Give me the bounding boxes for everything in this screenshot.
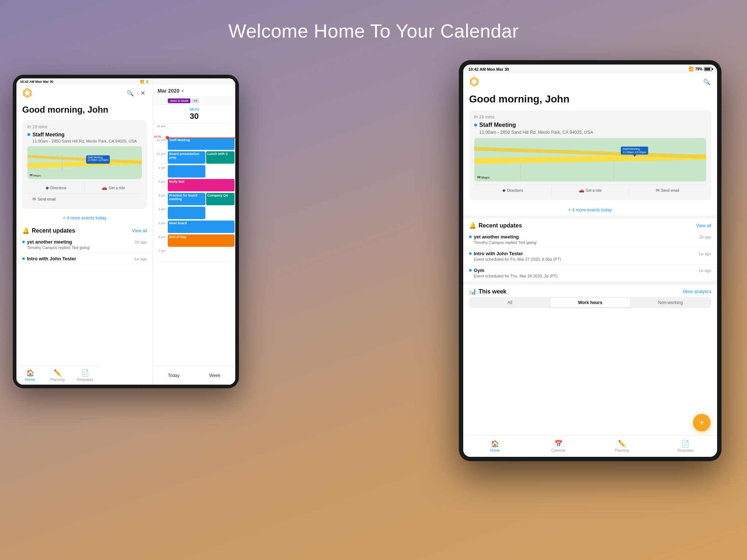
front-planning-icon: ✏️ [618, 440, 626, 448]
close-icon[interactable]: ✕ [138, 89, 147, 97]
front-this-week-header: 📊 This week More analytics [463, 284, 717, 297]
back-update-item-1: yet another meeting 2d ago Timothy Campo… [16, 236, 153, 253]
back-view-all[interactable]: View all [132, 228, 147, 233]
back-event-card: In 18 mins Staff Meeting 11:00am - 2850 … [22, 120, 147, 209]
tab-work-hours[interactable]: Work hours [550, 298, 630, 307]
back-update-item-2: Intro with John Tester 1w ago [16, 253, 153, 265]
back-bottom-nav: 🏠 Home ✏️ Planning 📄 Templates [16, 366, 98, 385]
front-screen-inner: 10:42 AM Mon Mar 30 📶 79% [463, 65, 717, 457]
front-event-dot [474, 124, 477, 127]
cal-event-company[interactable]: Company Q& [206, 193, 235, 205]
cal-event-staff[interactable]: Staff Meeting [168, 137, 235, 150]
fab-button[interactable]: + [693, 414, 711, 431]
week-tabs: All Work hours Non-working [469, 297, 711, 308]
update-dot-1 [22, 241, 25, 243]
page-title: Welcome Home To Your Calendar [0, 0, 747, 57]
front-section-title: 🔔 Recent updates [469, 222, 522, 229]
front-nav-planning[interactable]: ✏️ Planning [590, 440, 654, 452]
front-action-buttons: ◆ Directions 🚗 Get a ride ✉ Send email [474, 184, 706, 196]
tab-non-working[interactable]: Non-working [630, 298, 711, 307]
bell-icon: 🔔 [22, 227, 30, 234]
cal-event-board-prep-2[interactable] [168, 165, 205, 178]
more-analytics-btn[interactable]: More analytics [683, 289, 711, 294]
cal-event-meet-board[interactable]: Meet board [168, 221, 235, 233]
back-greeting: Good morning, John [16, 101, 153, 120]
front-event-name: Staff Meeting [479, 122, 516, 128]
cal-event-board-prep[interactable]: Board presentation prep [168, 151, 205, 164]
back-map-marker: Staff Meeting11:00am-12:00pm [86, 155, 110, 164]
templates-icon: 📄 [81, 369, 89, 377]
devices-container: 10:42 AM Mon Mar 30 📶 🔋 🔍 ✕ [0, 57, 747, 549]
search-icon[interactable]: 🔍 [126, 89, 135, 97]
front-recent-header: 🔔 Recent updates View all [463, 218, 717, 231]
cal-event-eod[interactable]: End of Day [168, 234, 235, 247]
cal-nav-today[interactable]: Today [153, 373, 194, 378]
front-map-marker: Staff Meeting11:00am-12:00pm [621, 147, 648, 157]
cal-event-practice[interactable]: Practice for board meeting [168, 193, 205, 205]
front-templates-icon: 📄 [681, 440, 689, 448]
wifi-icon: 📶 [689, 67, 694, 71]
back-nav-templates[interactable]: 📄 Templates [71, 369, 98, 382]
cal-event-molly[interactable]: Molly test [168, 179, 235, 191]
front-update-item-1: yet another meeting 2d ago Timothy Campo… [463, 231, 717, 248]
back-nav-home[interactable]: 🏠 Home [16, 369, 44, 382]
front-view-all[interactable]: View all [696, 223, 711, 228]
cal-nav-week[interactable]: Week [194, 373, 236, 378]
directions-icon: ◆ [46, 185, 49, 190]
battery-percent: 79% [695, 67, 703, 71]
back-nav-planning[interactable]: ✏️ Planning [44, 369, 71, 382]
back-more-events[interactable]: + 4 more events today [16, 213, 153, 223]
back-maps-label: 🗺 Maps [30, 174, 41, 177]
back-app-header: 🔍 ✕ [16, 85, 153, 101]
front-screen: 10:42 AM Mon Mar 30 📶 79% [463, 65, 717, 457]
calendar-chevron: ▼ [181, 89, 185, 93]
allday-strip: John in Seatt +2 [153, 97, 235, 105]
front-update-dot-1 [469, 236, 472, 238]
front-more-events[interactable]: + 4 more events today [463, 205, 717, 215]
front-ride-btn[interactable]: 🚗 Get a ride [551, 185, 629, 196]
front-header-icons: 🔍 [703, 77, 711, 86]
front-nav-templates[interactable]: 📄 Templates [654, 440, 717, 452]
front-search-icon[interactable]: 🔍 [703, 77, 711, 86]
battery-bar [704, 67, 712, 71]
bar-chart-icon: 📊 [469, 288, 476, 295]
back-event-dot [27, 133, 30, 136]
front-email-btn[interactable]: ✉ Send email [629, 185, 706, 196]
front-greeting: Good morning, John [463, 90, 717, 110]
front-update-dot-3 [469, 269, 472, 272]
svg-marker-3 [472, 79, 477, 85]
calendar-month-header: Mar 2020 ▼ [153, 85, 235, 97]
back-left-panel: 10:42 AM Mon Mar 30 📶 🔋 🔍 ✕ [16, 78, 153, 385]
update-dot-2 [22, 257, 25, 260]
front-directions-btn[interactable]: ◆ Directions [474, 185, 551, 196]
front-bottom-nav: 🏠 Home 📅 Calendar ✏️ Planning 📄 Template… [463, 435, 717, 457]
home-icon: 🏠 [26, 369, 34, 377]
ride-btn[interactable]: 🚗 Get a ride [85, 182, 142, 193]
front-nav-calendar[interactable]: 📅 Calendar [527, 440, 590, 452]
day-number: 30 [153, 112, 235, 121]
ride-icon: 🚗 [102, 185, 107, 190]
directions-btn[interactable]: ◆ Directions [27, 182, 85, 193]
back-map: Staff Meeting11:00am-12:00pm 🗺 Maps [27, 146, 142, 179]
front-nav-home[interactable]: 🏠 Home [463, 440, 527, 452]
front-status-bar: 10:42 AM Mon Mar 30 📶 79% [463, 65, 717, 74]
back-event-time: 11:00am - 2850 Sand Hill Rd, Menlo Park,… [27, 139, 142, 143]
email-btn[interactable]: ✉ Send email [27, 194, 142, 205]
calendar-time-grid: 10 am 10:41 11 am [153, 124, 235, 269]
front-time: 10:42 AM Mon Mar 30 [468, 67, 509, 71]
tab-all[interactable]: All [470, 298, 550, 307]
front-event-card: In 18 mins Staff Meeting 11:00am - 2850 … [469, 110, 711, 200]
back-header-icons: 🔍 ✕ [126, 89, 147, 97]
front-update-dot-2 [469, 252, 472, 255]
day-label: MON [153, 107, 235, 112]
back-app-logo [22, 88, 32, 98]
back-screen: 10:42 AM Mon Mar 30 📶 🔋 🔍 ✕ [16, 78, 235, 385]
cal-event-lunch[interactable]: Lunch with S [206, 151, 235, 164]
back-recent-header: 🔔 Recent updates View all [16, 223, 153, 236]
email-icon: ✉ [32, 197, 36, 202]
front-update-item-3: Gym 1w ago Event scheduled for Thu, Mar … [463, 265, 717, 281]
front-in-mins: In 18 mins [474, 114, 706, 120]
front-email-icon: ✉ [656, 188, 659, 193]
cal-event-practice-2[interactable] [168, 207, 205, 219]
ipad-front: 10:42 AM Mon Mar 30 📶 79% [459, 60, 721, 461]
